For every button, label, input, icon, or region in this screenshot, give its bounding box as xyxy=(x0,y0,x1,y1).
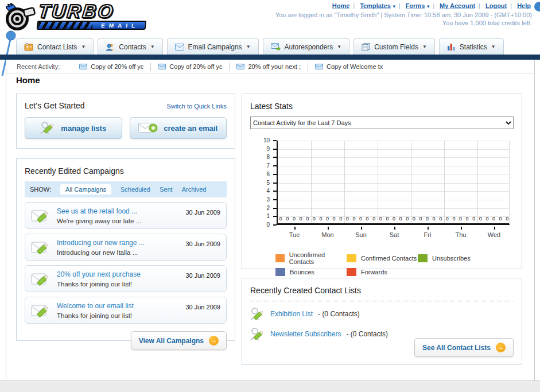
turbo-email-logo[interactable]: TURBO EMAIL xyxy=(3,3,147,33)
y-axis-tick xyxy=(273,165,277,166)
contact-list-name[interactable]: Newsletter Subscribers xyxy=(270,330,341,338)
x-axis-tick xyxy=(494,227,495,230)
legend-swatch xyxy=(347,268,356,276)
switch-quick-links[interactable]: Switch to Quick Links xyxy=(166,103,227,110)
view-all-campaigns-button[interactable]: View All Campaigns → xyxy=(131,331,227,350)
legend-swatch xyxy=(275,268,285,276)
create-email-button[interactable]: create an email xyxy=(130,117,227,139)
nav-my-account-link[interactable]: My Account xyxy=(440,2,475,9)
recent-activity-item[interactable]: Copy of Welcome tx xyxy=(308,63,390,71)
y-axis-tick-label: 5 xyxy=(250,180,270,186)
stats-report-select[interactable]: Contact Activity for the Last 7 Days xyxy=(250,117,514,129)
campaigns-title: Recently Edited Campaigns xyxy=(25,166,124,176)
x-axis-tick xyxy=(361,227,362,230)
chevron-down-icon: ▼ xyxy=(422,44,427,49)
tab-autoresponders[interactable]: Autoresponders▼ xyxy=(263,38,350,55)
zero-value-label: 0 xyxy=(306,216,309,222)
campaign-title[interactable]: See us at the retail food ... xyxy=(57,207,137,215)
zero-value-label: 0 xyxy=(466,216,469,222)
chevron-down-icon: ▼ xyxy=(81,44,86,49)
gridline xyxy=(278,149,509,150)
envelope-plus-icon xyxy=(138,122,158,134)
navbar-dark-bar xyxy=(0,55,540,60)
tab-statistics[interactable]: Statistics▼ xyxy=(439,38,504,55)
contact-lists-title: Recently Created Contact Lists xyxy=(250,286,361,295)
get-started-panel: Let's Get Started Switch to Quick Links … xyxy=(16,94,235,149)
legend-item: Bounces xyxy=(275,268,347,276)
y-axis-tick xyxy=(273,149,277,150)
zero-value-label: 0 xyxy=(339,216,342,222)
x-axis-tick-label: Tue xyxy=(282,231,307,238)
contact-activity-chart: 00000000000000000000000000000000000 0123… xyxy=(250,141,514,247)
arrow-right-icon: → xyxy=(209,336,219,346)
tab-custom-fields[interactable]: Custom Fields▼ xyxy=(353,38,435,55)
nav-forms-link[interactable]: Forms xyxy=(406,2,425,9)
legend-label: Confirmed Contacts xyxy=(361,255,417,262)
legend-item: Unconfirmed Contacts xyxy=(275,251,347,265)
y-axis-tick xyxy=(273,183,277,184)
main-nav-tabs: Contact Lists▼ Contacts▼ Email Campaigns… xyxy=(16,38,504,55)
campaign-row[interactable]: 20% off your next purchase Thanks for jo… xyxy=(25,265,227,292)
campaign-date: 30 Jun 2009 xyxy=(185,272,220,279)
nav-help-link[interactable]: Help xyxy=(517,2,531,9)
zero-value-label: 0 xyxy=(499,216,502,222)
campaign-date: 30 Jun 2009 xyxy=(185,240,220,247)
gridline xyxy=(311,141,312,223)
legend-swatch xyxy=(418,254,428,262)
corner-dot-decoration xyxy=(534,2,540,11)
filter-all-campaigns[interactable]: All Campaigns xyxy=(60,184,111,195)
y-axis-tick-label: 6 xyxy=(250,171,270,177)
envelope-pencil-icon xyxy=(31,270,52,288)
envelope-icon xyxy=(158,64,166,69)
campaign-title[interactable]: 20% off your next purchase xyxy=(57,270,141,278)
page-title: Home xyxy=(16,75,40,85)
x-axis-tick-label: Mon xyxy=(315,231,340,238)
recent-activity-item[interactable]: Copy of 20% off yc xyxy=(151,63,230,71)
campaign-row[interactable]: Introducing our new range ... Introducin… xyxy=(25,234,227,261)
campaign-row[interactable]: Welcome to our email list Thanks for joi… xyxy=(25,297,227,324)
chevron-down-icon: ▼ xyxy=(337,44,341,49)
zero-value-label: 0 xyxy=(372,216,375,222)
filter-archived[interactable]: Archived xyxy=(182,186,207,193)
gridline xyxy=(278,208,509,209)
tab-contact-lists[interactable]: Contact Lists▼ xyxy=(16,38,94,55)
y-axis-tick xyxy=(273,174,277,175)
zero-value-label: 0 xyxy=(286,216,289,222)
campaign-title[interactable]: Welcome to our email list xyxy=(57,302,134,310)
tab-contacts[interactable]: Contacts▼ xyxy=(98,38,162,55)
filter-scheduled[interactable]: Scheduled xyxy=(121,186,150,193)
gridline xyxy=(278,174,509,175)
zero-value-label: 0 xyxy=(413,216,415,222)
zero-value-label: 0 xyxy=(459,216,462,222)
zero-value-label: 0 xyxy=(472,216,475,222)
see-all-contact-lists-button[interactable]: See All Contact Lists → xyxy=(414,338,514,357)
arrow-right-icon: → xyxy=(496,343,506,352)
tab-email-campaigns[interactable]: Email Campaigns▼ xyxy=(167,38,259,55)
gridline xyxy=(411,141,411,223)
recent-activity-item[interactable]: Copy of 20% off yc xyxy=(72,63,151,71)
x-axis-tick-label: Thu xyxy=(448,231,473,238)
manage-lists-button[interactable]: manage lists xyxy=(25,117,122,139)
filter-sent[interactable]: Sent xyxy=(160,186,173,193)
campaign-subtitle: Thanks for joining our list! xyxy=(57,312,132,319)
turbo-icon xyxy=(3,3,37,33)
legend-label: Unconfirmed Contacts xyxy=(289,251,347,265)
contact-list-detail: - (0 Contacts) xyxy=(346,330,388,338)
legend-item: Confirmed Contacts xyxy=(347,251,418,265)
zero-value-label: 0 xyxy=(319,216,322,222)
recent-activity-item[interactable]: 20% off your next ; xyxy=(230,63,308,71)
nav-logout-link[interactable]: Logout xyxy=(485,2,507,9)
nav-home-link[interactable]: Home xyxy=(332,2,350,9)
y-axis-tick xyxy=(273,140,277,141)
custom-fields-icon xyxy=(362,43,370,51)
contact-list-name[interactable]: Exhibition List xyxy=(270,310,313,318)
campaign-title[interactable]: Introducing our new range ... xyxy=(57,239,145,247)
contact-list-row[interactable]: Exhibition List - (0 Contacts) xyxy=(250,306,514,321)
nav-templates-link[interactable]: Templates xyxy=(360,2,391,9)
zero-value-label: 0 xyxy=(326,216,329,222)
login-info: You are logged in as "Timothy Smith" | S… xyxy=(275,11,532,18)
campaign-row[interactable]: See us at the retail food ... We're givi… xyxy=(25,202,227,229)
zero-value-label: 0 xyxy=(446,216,449,222)
y-axis-tick-label: 2 xyxy=(250,205,270,211)
y-axis-tick-label: 9 xyxy=(250,146,270,152)
